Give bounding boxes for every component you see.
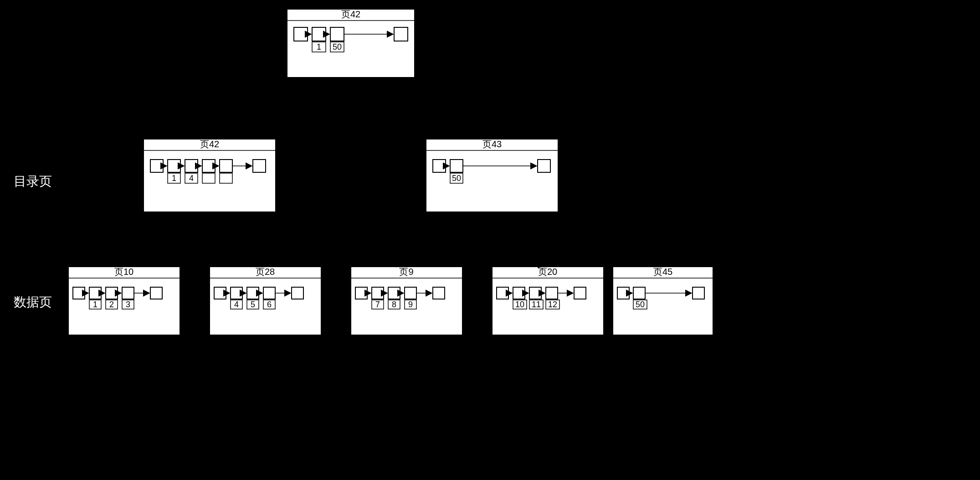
- arrow-mid1-d20: [227, 212, 544, 266]
- svg-rect-95: [513, 287, 525, 299]
- svg-rect-46: [122, 287, 134, 299]
- svg-text:3: 3: [126, 300, 130, 309]
- svg-text:1: 1: [317, 42, 321, 52]
- svg-rect-5: [394, 27, 408, 41]
- svg-rect-45: [106, 287, 118, 299]
- svg-text:11: 11: [532, 300, 541, 309]
- svg-text:50: 50: [636, 300, 645, 309]
- svg-rect-113: [693, 287, 704, 299]
- diagram: 目录页 数据页 页42 1 50 页42 1 4 页43 50 页10: [0, 0, 980, 480]
- svg-rect-97: [546, 287, 558, 299]
- svg-text:10: 10: [515, 300, 524, 309]
- svg-text:4: 4: [234, 300, 239, 309]
- panel-d20: 页20 10 11 12: [492, 267, 604, 335]
- svg-rect-16: [168, 160, 180, 172]
- panel-top: 页42 1 50: [287, 9, 415, 77]
- svg-rect-77: [355, 287, 367, 299]
- panel-top-title: 页42: [341, 9, 360, 19]
- svg-rect-0: [287, 9, 415, 77]
- svg-rect-78: [372, 287, 384, 299]
- svg-text:5: 5: [251, 300, 255, 309]
- svg-rect-98: [574, 287, 586, 299]
- arrow-mid1-d10: [125, 212, 173, 266]
- svg-rect-94: [497, 287, 508, 299]
- svg-text:6: 6: [267, 300, 272, 309]
- svg-rect-60: [214, 287, 226, 299]
- svg-text:4: 4: [189, 174, 194, 183]
- svg-rect-19: [220, 160, 232, 172]
- arrow-mid1-d28: [191, 212, 262, 266]
- panel-d10: 页10 1 2 3: [68, 267, 180, 335]
- svg-rect-109: [613, 267, 713, 335]
- panel-mid1: 页42 1 4: [144, 139, 276, 212]
- svg-text:1: 1: [172, 174, 176, 183]
- svg-rect-3: [312, 27, 326, 41]
- panel-d45: 页45 50: [613, 267, 713, 335]
- svg-rect-18: [202, 160, 215, 172]
- panel-d28: 页28 4 5 6: [210, 267, 321, 335]
- svg-rect-81: [433, 287, 445, 299]
- svg-text:2: 2: [109, 300, 114, 309]
- arrow-top-mid2: [369, 77, 490, 138]
- svg-rect-15: [150, 160, 163, 172]
- svg-rect-34: [433, 160, 446, 172]
- svg-rect-64: [292, 287, 303, 299]
- svg-rect-96: [529, 287, 541, 299]
- label-data: 数据页: [14, 295, 52, 309]
- arrow-top-mid1: [211, 77, 319, 138]
- svg-text:1: 1: [93, 300, 97, 309]
- panel-d9: 页9 7 8 9: [351, 267, 462, 335]
- svg-text:12: 12: [548, 300, 557, 309]
- svg-rect-61: [231, 287, 242, 299]
- panel-mid2-title: 页43: [482, 139, 502, 149]
- svg-rect-25: [202, 173, 215, 183]
- svg-rect-112: [633, 287, 645, 299]
- svg-rect-26: [220, 173, 232, 183]
- svg-text:7: 7: [375, 300, 380, 309]
- svg-rect-36: [538, 160, 550, 172]
- svg-rect-80: [405, 287, 416, 299]
- svg-text:9: 9: [408, 300, 413, 309]
- panel-d28-title: 页28: [256, 267, 275, 277]
- panel-d45-title: 页45: [653, 267, 672, 277]
- svg-text:50: 50: [333, 42, 342, 52]
- svg-rect-35: [450, 160, 463, 172]
- label-directory: 目录页: [14, 174, 52, 188]
- svg-rect-43: [73, 287, 85, 299]
- svg-rect-20: [253, 160, 266, 172]
- svg-rect-47: [150, 287, 162, 299]
- arrow-mid1-d9: [210, 212, 403, 266]
- svg-rect-111: [617, 287, 629, 299]
- panel-d9-title: 页9: [399, 267, 413, 277]
- svg-rect-62: [247, 287, 259, 299]
- svg-rect-44: [89, 287, 101, 299]
- panel-mid2: 页43 50: [426, 139, 558, 212]
- arrow-mid2-d45: [501, 212, 660, 266]
- panel-d20-title: 页20: [538, 267, 557, 277]
- svg-rect-79: [388, 287, 400, 299]
- svg-rect-17: [185, 160, 198, 172]
- svg-text:8: 8: [392, 300, 396, 309]
- svg-rect-32: [426, 139, 558, 212]
- panel-d10-title: 页10: [114, 267, 133, 277]
- panel-mid1-title: 页42: [200, 139, 219, 149]
- svg-text:50: 50: [452, 174, 461, 183]
- svg-rect-63: [263, 287, 275, 299]
- svg-rect-4: [330, 27, 344, 41]
- svg-rect-2: [294, 27, 308, 41]
